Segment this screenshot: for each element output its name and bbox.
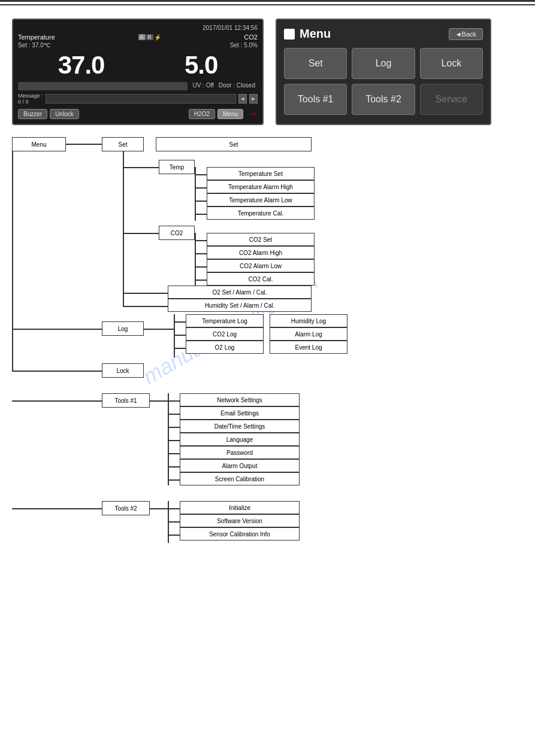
line-tools2-to-items bbox=[150, 508, 168, 509]
diagram-tools1-box: Tools #1 bbox=[102, 393, 150, 408]
message-bar bbox=[46, 94, 236, 104]
line-tools2-item3-h bbox=[168, 535, 180, 536]
diagram-tools2-item1: Initialize bbox=[180, 501, 300, 514]
lock-menu-button[interactable]: Lock bbox=[420, 48, 483, 79]
set-menu-button[interactable]: Set bbox=[284, 48, 347, 79]
line-to-co2 bbox=[123, 233, 159, 234]
line-tools1-item7-h bbox=[168, 479, 180, 481]
second-border bbox=[0, 4, 535, 5]
message-label: Message :0 / 0 bbox=[18, 93, 43, 105]
line-menu-to-log bbox=[12, 329, 102, 330]
menu-grid: Set Log Lock Tools #1 Tools #2 Service bbox=[284, 48, 483, 115]
uv-status: UV : Off bbox=[190, 82, 216, 90]
line-tools1-v bbox=[168, 393, 169, 485]
unlock-button[interactable]: Unlock bbox=[50, 109, 79, 119]
line-log-to-group bbox=[144, 329, 174, 330]
line-tools1-item1-h bbox=[168, 400, 180, 402]
back-button[interactable]: ◄Back bbox=[449, 28, 483, 40]
diagram-temp-item3: Temperature Alarm Low bbox=[207, 193, 315, 207]
ab-badge: A B ⚡ bbox=[138, 34, 161, 41]
diagram-tools1-item7: Screen Calibration bbox=[180, 472, 300, 485]
diagram-tools1-item6: Alarm Output bbox=[180, 459, 300, 472]
line-co2-item2-h bbox=[195, 253, 207, 254]
co2-value: 5.0 bbox=[185, 51, 217, 80]
device-message-row: Message :0 / 0 ◄ ► bbox=[18, 93, 258, 105]
line-set-v bbox=[123, 151, 124, 307]
diagram-log-item4: Humidity Log bbox=[270, 314, 347, 327]
line-menu-to-set bbox=[66, 144, 102, 145]
diagram-log-item6: Event Log bbox=[270, 341, 347, 354]
device-datetime: 2017/01/01 12:34:56 bbox=[202, 25, 258, 31]
temp-label: Temperature bbox=[18, 34, 55, 41]
line-temp-item2-h bbox=[195, 187, 207, 189]
log-menu-button[interactable]: Log bbox=[352, 48, 415, 79]
diagram-log-item2: CO2 Log bbox=[186, 327, 264, 341]
menu-header: Menu ◄Back bbox=[284, 27, 483, 41]
plug-icon: ⚡ bbox=[154, 34, 161, 41]
h2o2-button[interactable]: H2O2 bbox=[189, 109, 215, 119]
diagram-log-item1: Temperature Log bbox=[186, 314, 264, 327]
set-temp: Set : 37.0℃ bbox=[18, 42, 50, 48]
diagram-log-box: Log bbox=[102, 321, 144, 336]
top-border bbox=[0, 0, 535, 2]
menu-panel: Menu ◄Back Set Log Lock Tools #1 Tools #… bbox=[276, 19, 491, 125]
diagram-set-box: Set bbox=[102, 137, 144, 151]
diagram-tools1-item3: Date/Time Settings bbox=[180, 420, 300, 433]
line-co2-item4-h bbox=[195, 280, 207, 281]
buzzer-button[interactable]: Buzzer bbox=[18, 109, 47, 119]
diagram-menu-box: Menu bbox=[12, 137, 66, 151]
line-tools1-item6-h bbox=[168, 466, 180, 467]
line-tools1-to-items bbox=[150, 400, 168, 402]
diagram-tools1-item5: Password bbox=[180, 446, 300, 459]
line-tools1-item2-h bbox=[168, 414, 180, 415]
line-menu-to-tools2 bbox=[12, 508, 102, 509]
service-menu-button: Service bbox=[420, 84, 483, 115]
diagram-co2-item3: CO2 Alarm Low bbox=[207, 259, 315, 272]
device-setpoints: Set : 37.0℃ Set : 5.0% bbox=[18, 42, 258, 48]
tools1-menu-button[interactable]: Tools #1 bbox=[284, 84, 347, 115]
line-to-set-other1 bbox=[123, 293, 168, 294]
line-menu-to-tools1 bbox=[12, 400, 102, 402]
device-display: 2017/01/01 12:34:56 Temperature A B ⚡ CO… bbox=[12, 19, 264, 125]
ab-a: A bbox=[138, 34, 146, 40]
line-main-v bbox=[12, 151, 13, 371]
diagram-tools1-item1: Network Settings bbox=[180, 393, 300, 406]
diagram-section: manualsarchive.com Menu Set Set Temp Tem… bbox=[12, 137, 527, 676]
diagram-co2-item2: CO2 Alarm High bbox=[207, 246, 315, 259]
diagram-tools1-item4: Language bbox=[180, 433, 300, 446]
line-co2-item3-h bbox=[195, 266, 207, 268]
diagram-set-other1: O2 Set / Alarm / Cal. bbox=[168, 286, 312, 299]
line-log-item1 bbox=[174, 321, 186, 323]
tools2-menu-button[interactable]: Tools #2 bbox=[352, 84, 415, 115]
line-menu-to-lock bbox=[12, 371, 102, 372]
line-tools1-item3-h bbox=[168, 427, 180, 428]
diagram-set-desc: Set bbox=[156, 137, 312, 151]
line-log-item3 bbox=[174, 348, 186, 349]
line-temp-item3-h bbox=[195, 201, 207, 202]
door-status: Door : Closed bbox=[216, 82, 258, 90]
line-log-col1-v bbox=[174, 314, 175, 357]
set-co2: Set : 5.0% bbox=[230, 42, 258, 48]
menu-button[interactable]: Menu bbox=[217, 109, 243, 119]
menu-title: Menu bbox=[284, 27, 331, 41]
line-to-set-other2 bbox=[123, 306, 168, 307]
msg-arrow-right[interactable]: ► bbox=[249, 94, 258, 104]
status-bar-left bbox=[18, 82, 188, 90]
diagram-log-item5: Alarm Log bbox=[270, 327, 347, 341]
line-tools2-item2-h bbox=[168, 521, 180, 523]
diagram-set-other2: Humidity Set / Alarm / Cal. bbox=[168, 299, 312, 312]
line-log-item2 bbox=[174, 335, 186, 336]
diagram-lock-box: Lock bbox=[102, 363, 144, 378]
arrow-right-red: → bbox=[248, 108, 258, 119]
device-bottom-row[interactable]: Buzzer Unlock H2O2 Menu → bbox=[18, 108, 258, 119]
diagram-temp-item2: Temperature Alarm High bbox=[207, 180, 315, 193]
ab-b: B bbox=[146, 34, 153, 40]
diagram-tools2-item2: Software Version bbox=[180, 514, 300, 527]
diagram-tools2-item3: Sensor Calibration Info bbox=[180, 527, 300, 541]
diagram-tools1-item2: Email Settings bbox=[180, 406, 300, 420]
line-tools1-item5-h bbox=[168, 453, 180, 454]
diagram-log-item3: O2 Log bbox=[186, 341, 264, 354]
diagram-co2-item1: CO2 Set bbox=[207, 233, 315, 246]
line-co2-item1-h bbox=[195, 240, 207, 241]
msg-arrow-left[interactable]: ◄ bbox=[238, 94, 247, 104]
